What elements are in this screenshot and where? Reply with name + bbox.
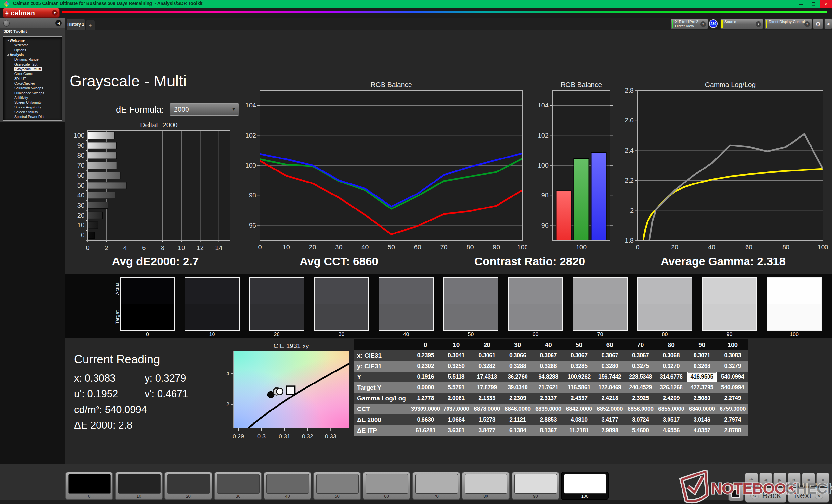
table-cell[interactable]: 100.9262 xyxy=(564,371,595,382)
table-cell[interactable]: 6852.0000 xyxy=(594,404,625,414)
table-cell[interactable]: 0.3067 xyxy=(564,350,595,361)
table-cell[interactable]: 2.5080 xyxy=(687,393,718,404)
collapse-panel-right-button[interactable]: ◀ xyxy=(824,19,832,29)
level-tile-60[interactable]: 60 xyxy=(363,472,411,500)
table-cell[interactable]: 17.8799 xyxy=(472,382,502,393)
next-button[interactable]: Next » xyxy=(788,488,829,503)
sidebar-item-spectral-power-dist-[interactable]: Spectral Power Dist. xyxy=(3,114,62,119)
table-cell[interactable]: 0.3288 xyxy=(502,361,533,371)
sidebar-item-screen-angularity[interactable]: Screen Angularity xyxy=(3,105,62,110)
table-cell[interactable]: 7037.0000 xyxy=(441,404,472,414)
display-control-dropdown[interactable]: Direct Display Control ▼ xyxy=(764,19,812,29)
table-cell[interactable]: 326.1268 xyxy=(656,382,687,393)
table-cell[interactable]: 0.3270 xyxy=(656,361,687,371)
table-cell[interactable]: 39.0340 xyxy=(502,382,533,393)
table-cell[interactable]: 1.5273 xyxy=(472,414,502,425)
datapoint-control-button[interactable]: ◀ xyxy=(759,473,772,486)
table-cell[interactable]: 0.3285 xyxy=(564,361,595,371)
level-tile-0[interactable]: 0 xyxy=(65,472,113,500)
table-cell[interactable]: 0.3066 xyxy=(502,350,533,361)
source-dropdown[interactable]: Source ▼ xyxy=(720,19,763,29)
table-cell[interactable]: 5.5791 xyxy=(441,382,472,393)
table-cell[interactable]: 0.0000 xyxy=(410,382,441,393)
level-tile-40[interactable]: 40 xyxy=(264,472,311,500)
sidebar-item-screen-uniformity[interactable]: Screen Uniformity xyxy=(3,100,62,105)
table-cell[interactable]: 540.0994 xyxy=(717,382,748,393)
table-cell[interactable]: 2.4337 xyxy=(564,393,595,404)
table-cell[interactable]: 2.4209 xyxy=(656,393,687,404)
table-cell[interactable]: 11.2181 xyxy=(564,425,595,436)
table-cell[interactable]: 0.3083 xyxy=(717,350,748,361)
table-cell[interactable]: 6846.0000 xyxy=(502,404,533,414)
table-cell[interactable]: 3.0146 xyxy=(687,414,718,425)
table-cell[interactable]: 172.0469 xyxy=(594,382,625,393)
sidebar-item-saturation-sweeps[interactable]: Saturation Sweeps xyxy=(3,86,62,91)
tree-expand-icon[interactable]: ◢ xyxy=(7,53,10,56)
sidebar-item-additivity[interactable]: Additivity xyxy=(3,95,62,100)
table-cell[interactable]: 0.3067 xyxy=(533,350,564,361)
datapoint-control-button[interactable]: ● xyxy=(816,473,829,486)
sidebar-item-options[interactable]: Options xyxy=(3,48,62,52)
table-cell[interactable]: 71.7621 xyxy=(533,382,564,393)
table-cell[interactable]: 3.0517 xyxy=(656,414,687,425)
table-cell[interactable]: 0.3041 xyxy=(441,350,472,361)
table-cell[interactable]: 0.3268 xyxy=(687,361,718,371)
level-tile-80[interactable]: 80 xyxy=(462,472,510,500)
table-cell[interactable]: 0.3279 xyxy=(717,361,748,371)
table-cell[interactable]: 2.2309 xyxy=(502,393,533,404)
sidebar-item-3d-lut[interactable]: 3D LUT xyxy=(3,76,62,81)
table-cell[interactable]: 36.2760 xyxy=(502,371,533,382)
table-cell[interactable]: 0.3280 xyxy=(594,361,625,371)
sidebar-item-luminance-sweeps[interactable]: Luminance Sweeps xyxy=(3,91,62,95)
table-cell[interactable]: 17.4313 xyxy=(472,371,502,382)
sidebar-item-dynamic-range[interactable]: Dynamic Range xyxy=(3,57,62,62)
level-tile-70[interactable]: 70 xyxy=(412,472,460,500)
sidebar-item-welcome[interactable]: ◢Welcome xyxy=(3,38,62,43)
table-cell[interactable]: 2.3925 xyxy=(625,393,656,404)
table-cell[interactable]: 0.3275 xyxy=(625,361,656,371)
table-cell[interactable]: 64.8288 xyxy=(533,371,564,382)
level-tile-30[interactable]: 30 xyxy=(214,472,262,500)
tree-expand-icon[interactable]: ◢ xyxy=(7,39,10,41)
sidebar-item-grayscale-multi[interactable]: Grayscale - Multi xyxy=(3,66,62,72)
collapse-sidebar-button[interactable]: ◀ xyxy=(55,20,62,26)
table-cell[interactable]: 3.8477 xyxy=(472,425,502,436)
table-cell[interactable]: 2.8788 xyxy=(717,425,748,436)
table-cell[interactable]: 6759.0000 xyxy=(717,404,748,414)
table-cell[interactable]: 2.4218 xyxy=(594,393,625,404)
sidebar-item-grayscale-2pt[interactable]: Grayscale - 2pt xyxy=(3,62,62,66)
add-tab-button[interactable]: + xyxy=(86,20,95,30)
table-cell[interactable]: 2.0081 xyxy=(441,393,472,404)
table-cell[interactable]: 2.1333 xyxy=(472,393,502,404)
table-cell[interactable]: 6856.0000 xyxy=(625,404,656,414)
sidebar-item-analysis[interactable]: ◢Analysis xyxy=(3,52,62,57)
level-tile-100[interactable]: 100 xyxy=(561,472,609,500)
table-cell[interactable]: 6839.0000 xyxy=(533,404,564,414)
table-cell[interactable]: 0.2302 xyxy=(410,361,441,371)
level-tile-10[interactable]: 10 xyxy=(115,472,163,500)
table-cell[interactable]: 2.2749 xyxy=(717,393,748,404)
table-cell[interactable]: 3.4177 xyxy=(594,414,625,425)
table-cell[interactable]: 0.1916 xyxy=(410,371,441,382)
table-cell[interactable]: 228.5348 xyxy=(625,371,656,382)
table-cell[interactable]: 6840.0000 xyxy=(687,404,718,414)
datapoint-control-button[interactable]: ▶ xyxy=(774,473,786,486)
table-cell[interactable]: 0.3068 xyxy=(656,350,687,361)
table-cell[interactable]: 540.0994 xyxy=(717,371,748,382)
table-cell[interactable]: 61.6281 xyxy=(410,425,441,436)
table-cell[interactable]: 427.3795 xyxy=(687,382,718,393)
sidebar-item-colorchecker[interactable]: ColorChecker xyxy=(3,81,62,86)
table-cell[interactable]: 240.4529 xyxy=(625,382,656,393)
table-cell[interactable]: 0.3071 xyxy=(687,350,718,361)
display-pattern-button[interactable] xyxy=(728,485,744,501)
table-cell[interactable]: 39309.0000 xyxy=(410,404,441,414)
table-cell[interactable]: 416.9505 xyxy=(687,371,718,382)
table-cell[interactable]: 8.1367 xyxy=(533,425,564,436)
meter-dropdown[interactable]: X-Rite i1Pro 2 Direct View ▼ xyxy=(671,19,708,29)
table-cell[interactable]: 314.6778 xyxy=(656,371,687,382)
table-cell[interactable]: 0.3282 xyxy=(472,361,502,371)
table-cell[interactable]: 0.2395 xyxy=(410,350,441,361)
table-cell[interactable]: 6842.0000 xyxy=(564,404,595,414)
level-tile-90[interactable]: 90 xyxy=(512,472,559,500)
table-cell[interactable]: 0.3061 xyxy=(472,350,502,361)
